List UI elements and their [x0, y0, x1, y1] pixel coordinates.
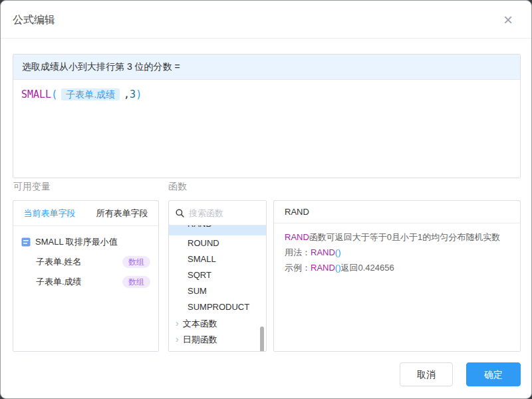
formula-function-name: SMALL — [21, 88, 51, 100]
function-category-date[interactable]: ›日期函数 — [169, 331, 266, 347]
dialog-titlebar: 公式编辑 × — [1, 1, 531, 39]
function-item[interactable]: SQRT — [169, 267, 266, 283]
chevron-right-icon: › — [176, 350, 179, 352]
function-detail-panel: RAND RAND函数可返回大于等于0且小于1的均匀分布随机实数 用法：RAND… — [273, 200, 521, 352]
formula-comma: , — [124, 88, 130, 100]
function-description: RAND函数可返回大于等于0且小于1的均匀分布随机实数 — [285, 229, 509, 245]
function-item[interactable]: ROUND — [169, 235, 266, 251]
function-detail-title: RAND — [274, 201, 520, 223]
variable-row-score[interactable]: 子表单.成绩 数组 — [13, 272, 158, 292]
function-list: RAND ROUND SMALL SQRT SUM SUMPRODUCT ›文本… — [169, 225, 266, 352]
close-icon[interactable]: × — [498, 10, 518, 30]
function-category-logic[interactable]: ›逻辑函数 — [169, 347, 266, 352]
formula-editor-block: 选取成绩从小到大排行第 3 位的分数 = SMALL(子表单.成绩,3) — [13, 54, 521, 178]
search-icon — [176, 209, 184, 217]
variables-list: SMALL 取排序最小值 子表单.姓名 数组 子表单.成绩 数组 — [13, 226, 158, 292]
function-item[interactable]: SUM — [169, 283, 266, 299]
formula-code-area[interactable]: SMALL(子表单.成绩,3) — [13, 80, 520, 110]
variables-tabs: 当前表单字段 所有表单字段 — [13, 201, 158, 226]
array-badge: 数组 — [122, 276, 150, 288]
function-category-text[interactable]: ›文本函数 — [169, 315, 266, 331]
tab-current-form-fields[interactable]: 当前表单字段 — [13, 201, 86, 225]
dialog-title: 公式编辑 — [13, 1, 55, 39]
array-badge: 数组 — [122, 256, 150, 268]
variable-group-label: SMALL 取排序最小值 — [35, 236, 118, 248]
formula-hint-bar: 选取成绩从小到大排行第 3 位的分数 = — [13, 55, 520, 80]
function-example: 示例：RAND()返回0.424656 — [285, 260, 509, 275]
formula-open-paren: ( — [51, 88, 57, 100]
variables-panel: 当前表单字段 所有表单字段 SMALL 取排序最小值 子表单.姓名 数组 子表单… — [13, 200, 159, 352]
tab-all-form-fields[interactable]: 所有表单字段 — [86, 201, 158, 225]
functions-section-label: 函数 — [168, 181, 187, 193]
variable-label: 子表单.成绩 — [36, 276, 82, 288]
functions-panel: RAND ROUND SMALL SQRT SUM SUMPRODUCT ›文本… — [168, 200, 267, 352]
formula-edit-dialog: 公式编辑 × 选取成绩从小到大排行第 3 位的分数 = SMALL(子表单.成绩… — [0, 0, 532, 399]
cancel-button[interactable]: 取消 — [400, 362, 453, 386]
formula-close-paren: ) — [136, 88, 142, 100]
variables-section-label: 可用变量 — [13, 181, 51, 193]
confirm-button[interactable]: 确定 — [466, 362, 521, 386]
function-item[interactable]: SUMPRODUCT — [169, 299, 266, 315]
variable-row-name[interactable]: 子表单.姓名 数组 — [13, 252, 158, 272]
function-item-selected[interactable]: RAND — [169, 225, 266, 235]
function-usage: 用法：RAND() — [285, 245, 509, 260]
scrollbar-thumb[interactable] — [260, 327, 264, 352]
variable-group-row[interactable]: SMALL 取排序最小值 — [13, 232, 158, 252]
function-detail-body: RAND函数可返回大于等于0且小于1的均匀分布随机实数 用法：RAND() 示例… — [274, 223, 520, 281]
chevron-right-icon: › — [176, 318, 179, 329]
form-icon — [21, 237, 31, 247]
search-input[interactable] — [189, 208, 259, 218]
formula-number-arg: 3 — [130, 88, 136, 100]
function-item[interactable]: SMALL — [169, 251, 266, 267]
chevron-right-icon: › — [176, 334, 179, 344]
variable-label: 子表单.姓名 — [36, 256, 82, 268]
formula-field-token[interactable]: 子表单.成绩 — [61, 88, 120, 100]
function-search-box[interactable] — [169, 201, 266, 225]
